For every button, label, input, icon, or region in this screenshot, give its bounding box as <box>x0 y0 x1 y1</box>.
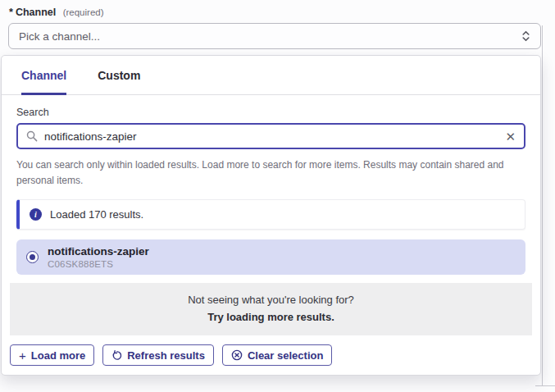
required-note: (required) <box>63 7 104 17</box>
info-icon: i <box>30 208 42 221</box>
dropdown-body: Search ✕ You can search only within load… <box>2 95 540 337</box>
load-more-button[interactable]: + Load more <box>10 344 94 366</box>
channel-option-selected[interactable]: notifications-zapier C06SK888ETS <box>16 239 525 275</box>
search-help-text: You can search only within loaded result… <box>16 157 515 188</box>
info-alert: i Loaded 170 results. <box>16 199 525 230</box>
search-icon <box>26 130 38 142</box>
channel-dropdown-panel: Channel Custom Search ✕ You can search o… <box>1 55 541 376</box>
search-input[interactable] <box>44 130 498 143</box>
background-field-border-bottom <box>535 385 555 386</box>
background-field-border <box>542 25 543 386</box>
option-title: notifications-zapier <box>48 245 149 258</box>
tab-channel-label: Channel <box>21 69 66 82</box>
tab-custom[interactable]: Custom <box>98 56 140 94</box>
search-clear-icon[interactable]: ✕ <box>505 130 516 143</box>
tab-channel[interactable]: Channel <box>21 56 66 94</box>
refresh-icon <box>111 350 122 361</box>
required-asterisk: * <box>9 7 13 18</box>
load-more-note: Not seeing what you're looking for? Try … <box>10 283 532 335</box>
clear-selection-label: Clear selection <box>248 349 324 362</box>
refresh-results-button[interactable]: Refresh results <box>102 344 214 366</box>
option-text: notifications-zapier C06SK888ETS <box>48 245 149 269</box>
clear-selection-button[interactable]: Clear selection <box>222 344 333 366</box>
option-subtitle: C06SK888ETS <box>48 259 149 269</box>
radio-selected-icon[interactable] <box>26 251 39 263</box>
search-input-wrap: ✕ <box>16 123 525 149</box>
load-more-label: Load more <box>31 349 85 362</box>
refresh-results-label: Refresh results <box>127 349 205 362</box>
channel-field-label: *Channel (required) <box>9 7 104 18</box>
info-alert-text: Loaded 170 results. <box>50 208 143 221</box>
select-placeholder: Pick a channel... <box>19 30 100 43</box>
dropdown-actions: + Load more Refresh results Clear select… <box>2 337 540 375</box>
plus-icon: + <box>19 349 26 362</box>
dropdown-tabs: Channel Custom <box>2 56 540 95</box>
footer-line2: Try loading more results. <box>18 311 524 323</box>
clear-icon <box>231 349 243 361</box>
field-label-text: Channel <box>16 7 56 18</box>
channel-select[interactable]: Pick a channel... <box>8 23 541 49</box>
tab-custom-label: Custom <box>98 69 140 82</box>
select-chevron-icon <box>521 30 530 43</box>
search-label: Search <box>16 107 525 118</box>
footer-line1: Not seeing what you're looking for? <box>18 294 524 306</box>
